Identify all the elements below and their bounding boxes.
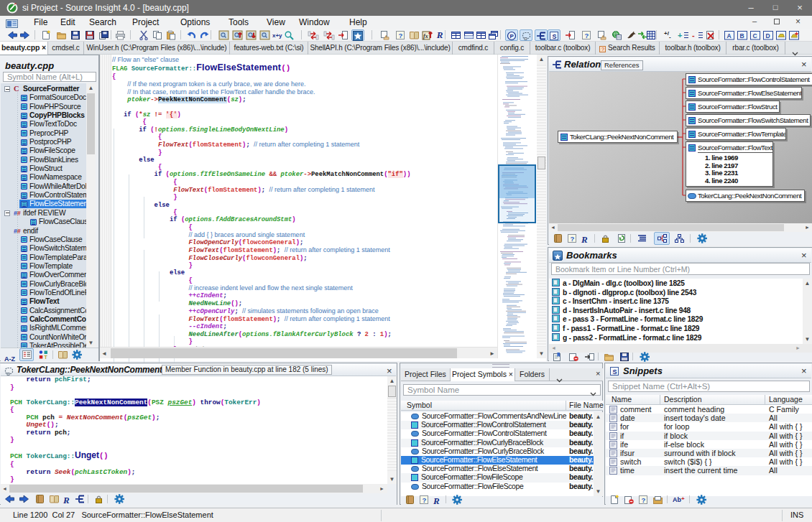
svg-text:Ab: Ab: [673, 496, 681, 503]
svg-text:-: -: [669, 34, 671, 40]
svg-text:+: +: [678, 31, 682, 39]
svg-text:?: ?: [571, 235, 575, 243]
svg-text:fx: fx: [423, 33, 428, 39]
svg-text:B: B: [740, 32, 744, 39]
svg-text:x+y: x+y: [272, 32, 282, 39]
svg-text:-: -: [692, 31, 695, 39]
svg-text:S: S: [613, 368, 617, 376]
svg-text:?: ?: [584, 32, 589, 39]
svg-text:S: S: [553, 33, 557, 40]
svg-text:P: P: [510, 33, 515, 39]
svg-text:A: A: [727, 32, 732, 39]
svg-text:?: ?: [398, 32, 402, 39]
svg-text:+: +: [681, 495, 685, 502]
svg-text:?: ?: [642, 496, 646, 504]
svg-text:?: ?: [423, 496, 427, 504]
svg-text:T: T: [45, 355, 48, 360]
svg-text:C: C: [753, 32, 757, 39]
svg-text:D: D: [766, 32, 770, 39]
